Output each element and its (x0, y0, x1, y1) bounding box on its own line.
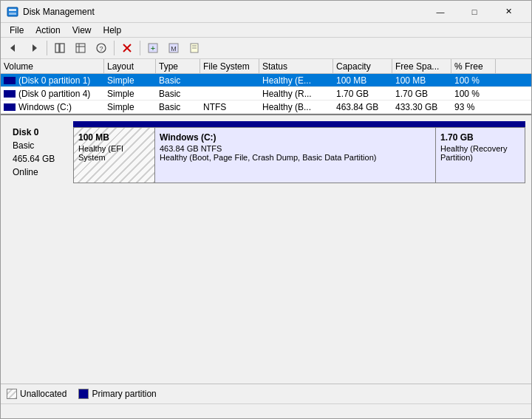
svg-rect-6 (60, 44, 64, 52)
menu-file[interactable]: File (4, 24, 30, 37)
disk-name: Disk 0 (13, 126, 67, 139)
partition-efi-label: Healthy (EFI System (78, 144, 150, 162)
td-pct: 100 % (451, 87, 496, 100)
forward-button[interactable] (24, 38, 44, 58)
back-button[interactable] (4, 38, 23, 58)
legend-bar: Unallocated Primary partition (1, 384, 531, 403)
title-bar: Disk Management — □ ✕ (1, 1, 531, 23)
th-layout[interactable]: Layout (104, 59, 156, 73)
td-type: Basic (156, 74, 200, 86)
mirror-button[interactable]: M (164, 38, 183, 58)
td-fs (200, 74, 259, 86)
td-pct: 93 % (451, 101, 496, 113)
app-icon (7, 6, 18, 18)
content-area: Volume Layout Type File System Status Ca… (1, 59, 531, 383)
scope-button[interactable] (71, 38, 90, 58)
td-free: 433.30 GB (392, 101, 451, 113)
svg-text:+: + (151, 44, 155, 52)
legend-primary-label: Primary partition (92, 389, 156, 399)
add-button[interactable]: + (143, 38, 163, 58)
volume-list: Volume Layout Type File System Status Ca… (1, 59, 531, 115)
legend-box-primary (78, 389, 89, 399)
sep1 (47, 41, 47, 55)
disk-partitions: 100 MB Healthy (EFI System Windows (C:) … (73, 127, 525, 183)
maximize-button[interactable]: □ (457, 1, 491, 23)
menu-help[interactable]: Help (98, 24, 128, 37)
svg-rect-0 (7, 7, 18, 16)
svg-marker-3 (10, 44, 15, 52)
td-layout: Simple (104, 87, 156, 100)
td-fs: NTFS (200, 101, 259, 113)
partition-recovery-size: 1.70 GB (440, 132, 520, 143)
partition-recovery-label: Healthy (Recovery Partition) (440, 144, 520, 162)
partition-efi-size: 100 MB (78, 132, 150, 143)
svg-rect-7 (76, 44, 85, 52)
svg-rect-2 (9, 13, 16, 15)
main-window: Disk Management — □ ✕ File Action View H… (0, 0, 532, 419)
td-volume: (Disk 0 partition 1) (1, 74, 104, 86)
th-pct[interactable]: % Free (451, 59, 496, 73)
th-status[interactable]: Status (259, 59, 333, 73)
td-fs (200, 87, 259, 100)
svg-rect-5 (55, 44, 59, 52)
disk-bar-fill (73, 121, 525, 127)
legend-box-unallocated (7, 389, 17, 399)
disk-bar (73, 121, 525, 127)
delete-button[interactable] (117, 38, 137, 58)
svg-marker-4 (33, 44, 37, 52)
td-layout: Simple (104, 101, 156, 113)
td-layout: Simple (104, 74, 156, 86)
volume-icon (4, 90, 16, 98)
th-fs[interactable]: File System (200, 59, 259, 73)
partition-windows-name: Windows (C:) (160, 132, 431, 143)
volume-icon (4, 77, 16, 84)
th-volume[interactable]: Volume (1, 59, 104, 73)
menu-action[interactable]: Action (30, 24, 66, 37)
td-cap: 1.70 GB (333, 87, 392, 100)
disk-area: Disk 0 Basic 465.64 GB Online 100 M (1, 115, 531, 383)
table-header: Volume Layout Type File System Status Ca… (1, 59, 531, 74)
th-type[interactable]: Type (156, 59, 200, 73)
disk-visual: 100 MB Healthy (EFI System Windows (C:) … (73, 121, 525, 183)
volume-icon (4, 103, 16, 111)
legend-unallocated: Unallocated (7, 389, 66, 399)
minimize-button[interactable]: — (423, 1, 457, 23)
table-row[interactable]: (Disk 0 partition 1) Simple Basic Health… (1, 74, 531, 87)
td-free: 1.70 GB (392, 87, 451, 100)
svg-text:?: ? (99, 45, 103, 52)
disk-label: Disk 0 Basic 465.64 GB Online (7, 121, 73, 183)
td-cap: 463.84 GB (333, 101, 392, 113)
th-free[interactable]: Free Spa... (392, 59, 451, 73)
disk-status: Online (13, 166, 67, 179)
td-pct: 100 % (451, 74, 496, 86)
svg-text:M: M (171, 45, 177, 52)
close-button[interactable]: ✕ (491, 1, 525, 23)
th-capacity[interactable]: Capacity (333, 59, 392, 73)
td-status: Healthy (E... (259, 74, 333, 86)
td-status: Healthy (B... (259, 101, 333, 113)
partition-windows-size: 463.84 GB NTFS (160, 144, 431, 153)
legend-primary: Primary partition (78, 389, 156, 399)
show-properties-button[interactable] (50, 38, 69, 58)
menu-bar: File Action View Help (1, 23, 531, 38)
legend-unallocated-label: Unallocated (20, 389, 66, 399)
partition-windows-label: Healthy (Boot, Page File, Crash Dump, Ba… (160, 153, 431, 162)
td-status: Healthy (R... (259, 87, 333, 100)
table-row[interactable]: Windows (C:) Simple Basic NTFS Healthy (… (1, 101, 531, 114)
td-type: Basic (156, 101, 200, 113)
disk-type: Basic (13, 139, 67, 152)
menu-view[interactable]: View (66, 24, 98, 37)
partition-recovery[interactable]: 1.70 GB Healthy (Recovery Partition) (436, 128, 525, 183)
td-volume: Windows (C:) (1, 101, 104, 113)
status-bar (1, 403, 531, 418)
disk-row: Disk 0 Basic 465.64 GB Online 100 M (7, 121, 525, 183)
td-free: 100 MB (392, 74, 451, 86)
sep2 (114, 41, 115, 55)
table-row[interactable]: (Disk 0 partition 4) Simple Basic Health… (1, 87, 531, 101)
help-button[interactable]: ? (92, 38, 111, 58)
format-button[interactable] (185, 38, 204, 58)
partition-windows[interactable]: Windows (C:) 463.84 GB NTFS Healthy (Boo… (155, 128, 436, 183)
disk-size: 465.64 GB (13, 152, 67, 166)
title-controls: — □ ✕ (423, 1, 525, 23)
partition-efi[interactable]: 100 MB Healthy (EFI System (74, 128, 155, 183)
